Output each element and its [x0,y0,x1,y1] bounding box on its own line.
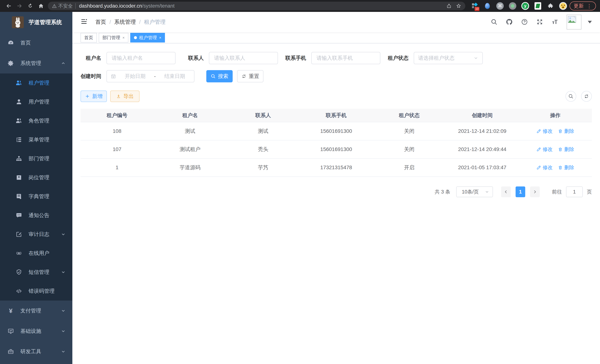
chevron-up-icon [61,61,66,66]
app-title: 芋道管理系统 [28,19,62,26]
sidebar-item-error-code[interactable]: 错误码管理 [0,282,72,300]
sidebar-item-audit-log[interactable]: 审计日志 [0,225,72,244]
refresh-table-button[interactable] [581,91,592,102]
browser-forward-icon[interactable] [14,1,25,11]
tab-home[interactable]: 首页 [81,33,97,42]
sidebar-item-home[interactable]: 首页 [0,33,72,53]
extensions-puzzle-icon[interactable] [547,2,554,10]
delete-link[interactable]: 删除 [558,128,574,134]
start-date-placeholder: 开始日期 [120,73,151,80]
breadcrumb-home[interactable]: 首页 [95,18,106,26]
fullscreen-icon[interactable] [536,18,544,26]
download-icon [116,94,121,99]
font-size-icon[interactable] [551,18,559,26]
next-page-button[interactable] [530,187,540,197]
trash-icon [558,129,563,134]
sidebar-item-dept[interactable]: 部门管理 [0,149,72,168]
tab-tenant[interactable]: 租户管理 × [130,33,165,42]
sidebar-item-user[interactable]: 用户管理 [0,92,72,111]
sidebar-logo[interactable]: 芋道管理系统 [0,12,72,33]
help-icon[interactable] [521,18,528,26]
status-select[interactable]: 请选择租户状态 [414,52,483,64]
chevron-down-icon [61,349,66,354]
page-number-1[interactable]: 1 [516,187,525,197]
edit-link[interactable]: 修改 [536,164,553,171]
search-icon [568,93,574,99]
online-user-icon [16,250,22,257]
sidebar-item-role[interactable]: 角色管理 [0,111,72,130]
show-search-toggle-button[interactable] [565,91,576,102]
table-row: 107 测试租户 秃头 15601691300 关闭 2021-12-14 20… [81,140,592,159]
goto-page-input[interactable] [566,187,583,197]
mobile-input[interactable] [311,52,380,64]
search-button[interactable]: 搜索 [206,70,233,82]
tab-close-icon[interactable]: × [159,36,161,40]
prev-page-button[interactable] [501,187,511,197]
command-extension-icon[interactable]: ⌘ [496,2,504,10]
share-icon[interactable] [446,3,451,9]
roles-icon [16,117,22,124]
export-button[interactable]: 导出 [110,91,140,102]
profile-avatar-icon[interactable] [559,2,567,10]
sidebar-collapse-icon[interactable] [81,18,89,26]
sidebar-item-pay[interactable]: ¥ 支付管理 [0,300,72,321]
sidebar-item-notice[interactable]: 通知公告 [0,206,72,225]
sidebar-item-tenant[interactable]: 租户管理 [0,74,72,92]
delete-link[interactable]: 删除 [558,164,574,171]
pagination-total: 共 3 条 [435,188,450,195]
toolbox-icon [7,348,14,355]
edit-link[interactable]: 修改 [536,146,553,153]
add-button[interactable]: 新增 [81,91,107,102]
goto-label: 前往 [552,188,562,195]
recorder-extension-icon[interactable] [509,2,516,10]
tenant-name-input[interactable] [106,52,176,64]
browser-reload-icon[interactable] [25,1,36,11]
tab-label: 部门管理 [103,35,120,41]
tab-label: 首页 [84,35,93,41]
browser-update-button[interactable]: 更新 ⋮ [570,1,596,10]
status-label: 租户状态 [388,55,409,62]
reset-button[interactable]: 重置 [237,70,263,82]
cell-status: 开启 [373,159,446,177]
balloon-extension-icon[interactable] [484,2,491,10]
top-navbar: 首页 / 系统管理 / 租户管理 [72,12,600,32]
user-avatar[interactable] [567,15,581,29]
sidebar-menu: 首页 系统管理 租户管理 用户管理 [0,33,72,364]
bookmark-star-icon[interactable] [456,3,461,9]
edit-link[interactable]: 修改 [536,128,553,134]
github-icon[interactable] [506,18,513,26]
sidebar-item-label: 首页 [20,39,66,46]
cell-contact: 测试 [226,122,300,140]
tab-dept[interactable]: 部门管理 × [99,33,128,42]
navbar-actions [490,15,592,29]
sidebar-item-online-user[interactable]: 在线用户 [0,244,72,263]
menu-tree-icon [16,136,22,143]
address-bar[interactable]: 不安全 dashboard.yudao.iocoder.cn/system/te… [48,2,465,10]
sidebar-item-menu[interactable]: 菜单管理 [0,130,72,149]
date-range-picker[interactable]: 开始日期 - 结束日期 [106,70,194,82]
y-extension-icon[interactable]: y [521,2,529,10]
contact-input[interactable] [209,52,278,64]
sidebar-item-sms[interactable]: 短信管理 [0,263,72,282]
sheets-extension-icon[interactable] [534,2,542,10]
sidebar-item-label: 研发工具 [20,348,55,355]
browser-home-icon[interactable] [36,1,46,11]
sidebar-item-dev-tools[interactable]: 研发工具 [0,341,72,362]
sidebar-item-post[interactable]: 岗位管理 [0,168,72,187]
sidebar-item-infra[interactable]: 基础设施 [0,321,72,341]
sidebar-item-system[interactable]: 系统管理 [0,53,72,74]
breadcrumb-system[interactable]: 系统管理 [114,18,136,26]
delete-link-label: 删除 [564,164,574,171]
delete-link[interactable]: 删除 [558,146,574,153]
sidebar-item-dict[interactable]: 字典管理 [0,187,72,206]
tabs-extension-icon[interactable]: 10 [471,2,479,10]
tab-close-icon[interactable]: × [122,36,125,40]
avatar-dropdown-caret-icon[interactable] [588,21,592,23]
browser-back-icon[interactable] [3,1,14,11]
sidebar-item-label: 通知公告 [28,212,66,219]
header-search-icon[interactable] [490,18,498,26]
browser-menu-kebab-icon[interactable]: ⋮ [587,3,592,9]
breadcrumb-separator: / [110,19,111,25]
col-status: 租户状态 [373,109,446,122]
page-size-select[interactable]: 10条/页 [456,187,493,197]
